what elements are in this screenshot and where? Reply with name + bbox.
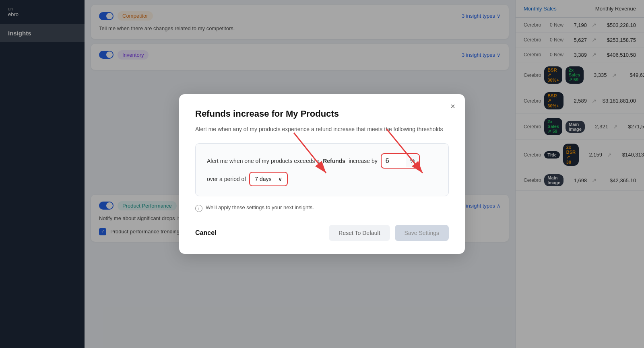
- modal-middle: increase by: [349, 158, 378, 164]
- modal-close-button[interactable]: ×: [450, 102, 455, 110]
- chevron-down-icon: ∨: [278, 176, 282, 182]
- days-select-group[interactable]: 7 days 14 days 30 days 60 days 90 days ∨: [249, 172, 288, 186]
- modal-input-row: Alert me when one of my products exceeds…: [195, 143, 449, 196]
- modal: × Refunds increase for My Products Alert…: [179, 94, 465, 254]
- modal-footer: Cancel Reset To Default Save Settings: [195, 225, 449, 241]
- reset-button[interactable]: Reset To Default: [329, 225, 390, 241]
- modal-info-text: We'll apply these settings to your next …: [206, 204, 314, 210]
- modal-title: Refunds increase for My Products: [195, 109, 449, 119]
- refund-pct-input[interactable]: [382, 154, 406, 168]
- modal-bold-word: Refunds: [323, 158, 345, 164]
- pct-label: %: [406, 154, 419, 167]
- days-select[interactable]: 7 days 14 days 30 days 60 days 90 days: [255, 176, 275, 182]
- modal-prefix: Alert me when one of my products exceeds…: [207, 158, 320, 164]
- info-icon: i: [195, 205, 202, 212]
- save-button[interactable]: Save Settings: [395, 225, 449, 241]
- modal-info: i We'll apply these settings to your nex…: [195, 204, 449, 212]
- refund-pct-input-group: %: [381, 153, 420, 169]
- modal-description: Alert me when any of my products experie…: [195, 125, 449, 134]
- modal-period-prefix: over a period of: [207, 176, 246, 182]
- cancel-button[interactable]: Cancel: [195, 229, 216, 237]
- modal-overlay[interactable]: × Refunds increase for My Products Alert…: [0, 0, 644, 348]
